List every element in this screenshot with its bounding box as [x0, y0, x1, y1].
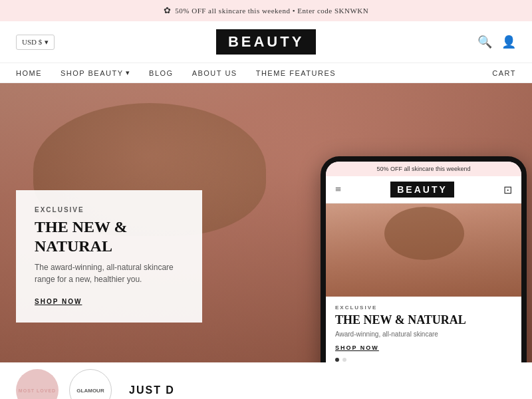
bottom-strip: MOST LOVED GLAMOUR JUST D [0, 362, 532, 399]
announcement-text: 50% OFF all skincare this weekend • Ente… [175, 7, 368, 15]
mobile-logo[interactable]: BEAUTY [390, 182, 454, 198]
hero-title: THE NEW & NATURAL [35, 217, 184, 256]
site-logo[interactable]: BEAUTY [216, 29, 316, 55]
currency-selector[interactable]: USD $ ▾ [16, 35, 55, 50]
mobile-hero-hat [384, 207, 464, 260]
hero-exclusive-label: EXCLUSIVE [35, 206, 184, 213]
mobile-dot-2[interactable] [342, 358, 346, 362]
nav-shop-beauty[interactable]: SHOP BEAUTY ▾ [61, 68, 130, 77]
nav-about-us[interactable]: ABOUT US [192, 68, 237, 77]
nav-cart[interactable]: CART [492, 69, 516, 77]
glamour-badge: GLAMOUR [69, 369, 112, 399]
mobile-menu-icon[interactable]: ≡ [335, 184, 341, 196]
search-icon[interactable]: 🔍 [477, 35, 492, 49]
mobile-cart-icon[interactable]: ⊡ [503, 184, 512, 196]
mobile-content: EXCLUSIVE THE NEW & NATURAL Award-winnin… [326, 297, 521, 362]
mobile-carousel-dots [335, 358, 512, 362]
navigation: HOME SHOP BEAUTY ▾ BLOG ABOUT US THEME F… [0, 63, 532, 83]
mobile-dot-1[interactable] [335, 358, 339, 362]
sun-icon: ✿ [164, 5, 172, 16]
mobile-announcement-bar: 50% OFF all skincare this weekend [326, 162, 521, 176]
nav-links: HOME SHOP BEAUTY ▾ BLOG ABOUT US THEME F… [16, 68, 336, 77]
hero-text-box: EXCLUSIVE THE NEW & NATURAL The award-wi… [16, 190, 202, 323]
account-icon[interactable]: 👤 [501, 35, 516, 49]
mobile-shop-now-button[interactable]: SHOP NOW [335, 344, 512, 351]
hero-section: EXCLUSIVE THE NEW & NATURAL The award-wi… [0, 83, 532, 362]
mobile-exclusive-label: EXCLUSIVE [335, 305, 512, 311]
just-dropped-text: JUST D [129, 384, 175, 396]
nav-blog[interactable]: BLOG [149, 68, 174, 77]
most-loved-badge: MOST LOVED [16, 369, 59, 399]
mobile-hero-description: Award-winning, all-natural skincare [335, 331, 512, 338]
mobile-header: ≡ BEAUTY ⊡ [326, 176, 521, 203]
mobile-screen: 50% OFF all skincare this weekend ≡ BEAU… [326, 162, 521, 362]
mobile-hero-image [326, 203, 521, 297]
mobile-hero-title: THE NEW & NATURAL [335, 313, 512, 328]
glamour-label: GLAMOUR [76, 388, 104, 394]
most-loved-label: MOST LOVED [19, 388, 56, 393]
nav-theme-features[interactable]: THEME FEATURES [256, 68, 336, 77]
announcement-bar: ✿ 50% OFF all skincare this weekend • En… [0, 0, 532, 21]
header: USD $ ▾ BEAUTY 🔍 👤 [0, 21, 532, 63]
shop-now-button[interactable]: SHOP NOW [35, 298, 82, 305]
chevron-down-icon: ▾ [126, 68, 131, 77]
header-icons: 🔍 👤 [477, 35, 516, 49]
chevron-down-icon: ▾ [45, 38, 49, 47]
mobile-device-mockup: 50% OFF all skincare this weekend ≡ BEAU… [321, 156, 527, 362]
nav-home[interactable]: HOME [16, 68, 42, 77]
currency-label: USD $ [22, 38, 42, 46]
hero-description: The award-winning, all-natural skincare … [35, 261, 184, 285]
